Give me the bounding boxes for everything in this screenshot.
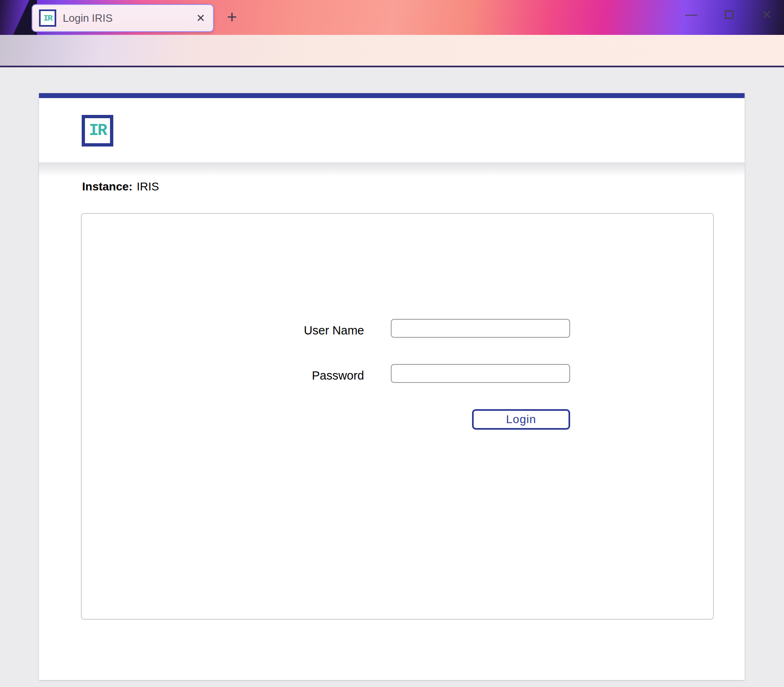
login-page-card: IR Instance:IRIS User Name Password Logi… (39, 93, 745, 680)
page-viewport: IR Instance:IRIS User Name Password Logi… (0, 67, 784, 687)
window-minimize-button[interactable]: — (682, 5, 700, 23)
browser-titlebar: IR Login IRIS ✕ + — ✕ (0, 0, 784, 35)
instance-line: Instance:IRIS (82, 180, 159, 193)
password-label: Password (266, 369, 364, 382)
login-button[interactable]: Login (472, 409, 570, 430)
new-tab-button[interactable]: + (223, 8, 241, 26)
tab-favicon-iris-icon: IR (39, 9, 56, 27)
maximize-icon (725, 10, 734, 19)
username-label: User Name (266, 324, 364, 337)
page-accent-bar (39, 93, 745, 98)
login-form-panel: User Name Password Login (81, 213, 714, 620)
header-divider (39, 163, 745, 176)
password-input[interactable] (391, 364, 570, 383)
browser-toolbar: ← → ↻ localhost:52773/csp/sys/%25CSP.Por… (0, 35, 784, 67)
browser-tab-login-iris[interactable]: IR Login IRIS ✕ (32, 4, 214, 32)
window-close-button[interactable]: ✕ (758, 5, 776, 23)
tab-title: Login IRIS (63, 12, 192, 25)
username-input[interactable] (391, 319, 570, 338)
window-maximize-button[interactable] (720, 5, 738, 23)
iris-logo: IR (82, 115, 113, 147)
instance-value: IRIS (137, 180, 159, 193)
browser-window: IR Login IRIS ✕ + — ✕ ← → ↻ localhost:52… (0, 0, 784, 687)
instance-label: Instance: (82, 180, 133, 193)
tab-close-icon[interactable]: ✕ (192, 9, 210, 27)
